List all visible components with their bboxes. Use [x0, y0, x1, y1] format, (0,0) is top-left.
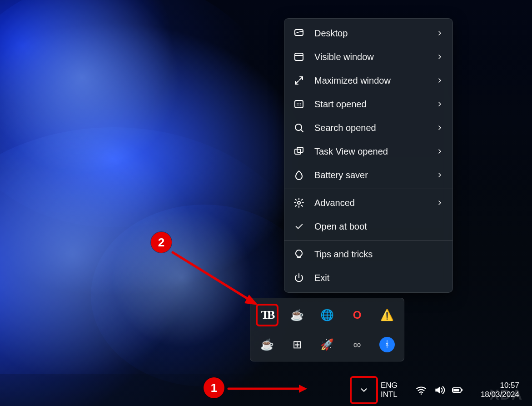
tray-app-3[interactable]: 🌐 [317, 305, 338, 326]
tb-logo-icon: TB [261, 308, 273, 322]
svg-line-11 [301, 130, 303, 132]
menu-item-advanced[interactable]: Advanced [284, 191, 452, 215]
desktop-icon [293, 27, 305, 40]
svg-rect-1 [295, 53, 303, 60]
taskview-icon [293, 145, 305, 158]
tray-overflow-button[interactable] [351, 377, 377, 403]
checkmark-icon [293, 220, 305, 233]
menu-item-battery-saver[interactable]: Battery saver [284, 163, 452, 187]
tray-app-6[interactable]: ☕ [257, 334, 278, 355]
svg-rect-0 [295, 30, 303, 35]
svg-point-5 [298, 103, 299, 104]
menu-item-exit[interactable]: Exit [284, 266, 452, 290]
menu-item-label: Battery saver [314, 170, 435, 180]
menu-item-taskview-opened[interactable]: Task View opened [284, 140, 452, 163]
watermark: XDA [489, 386, 523, 403]
menu-item-label: Desktop [314, 28, 435, 39]
svg-point-7 [297, 105, 298, 105]
menu-item-desktop[interactable]: Desktop [284, 21, 452, 45]
menu-item-label: Task View opened [314, 146, 435, 157]
menu-separator [284, 240, 452, 241]
svg-point-4 [297, 103, 298, 104]
wifi-icon[interactable] [413, 382, 429, 398]
tray-app-context-menu: Desktop Visible window Maximized window … [284, 18, 453, 293]
svg-point-9 [300, 105, 301, 105]
menu-item-label: Maximized window [314, 75, 435, 86]
language-line2: INTL [381, 390, 408, 399]
tray-overflow-panel: TB ☕ 🌐 O ⚠️ ☕ ⊞ 🚀 ∞ ᚼ [250, 298, 404, 361]
app-icon: ∞ [353, 338, 361, 351]
menu-item-label: Tips and tricks [314, 249, 444, 260]
maximize-icon [293, 74, 305, 87]
menu-item-tips-tricks[interactable]: Tips and tricks [284, 242, 452, 266]
chevron-right-icon [435, 124, 444, 131]
menu-item-label: Visible window [314, 52, 435, 62]
menu-item-maximized-window[interactable]: Maximized window [284, 69, 452, 92]
volume-icon[interactable] [432, 382, 447, 398]
annotation-badge-2: 2 [151, 232, 172, 253]
chevron-right-icon [435, 77, 444, 84]
menu-item-open-at-boot[interactable]: Open at boot [284, 215, 452, 238]
leaf-icon [293, 169, 305, 181]
power-icon [293, 271, 305, 284]
chevron-right-icon [435, 100, 444, 108]
svg-point-6 [300, 103, 301, 104]
svg-rect-13 [297, 147, 303, 152]
window-icon [293, 50, 305, 63]
menu-separator [284, 189, 452, 189]
annotation-badge-1: 1 [204, 377, 224, 398]
tray-app-8[interactable]: 🚀 [317, 334, 338, 355]
language-indicator[interactable]: ENG INTL [381, 381, 408, 399]
battery-icon[interactable] [450, 382, 465, 398]
app-icon: ⊞ [293, 338, 302, 351]
tray-app-5[interactable]: ⚠️ [377, 305, 398, 326]
language-line1: ENG [381, 381, 408, 390]
menu-item-visible-window[interactable]: Visible window [284, 45, 452, 69]
svg-rect-17 [453, 389, 459, 391]
menu-item-start-opened[interactable]: Start opened [284, 92, 452, 116]
tray-app-translucenttb[interactable]: TB [257, 305, 278, 326]
app-icon: ☕ [260, 338, 274, 351]
lightbulb-icon [293, 248, 305, 261]
app-icon: O [353, 309, 362, 321]
app-icon: 🚀 [320, 338, 334, 351]
bluetooth-icon: ᚼ [384, 339, 390, 350]
chevron-down-icon [359, 385, 369, 395]
gear-icon [293, 196, 305, 209]
chevron-right-icon [435, 199, 444, 206]
tray-app-9[interactable]: ∞ [347, 334, 368, 355]
svg-point-8 [298, 105, 299, 105]
svg-rect-3 [295, 100, 303, 108]
app-icon: 🌐 [320, 309, 334, 321]
tray-app-2[interactable]: ☕ [287, 305, 308, 326]
menu-item-label: Open at boot [314, 221, 444, 232]
tray-app-7[interactable]: ⊞ [287, 334, 308, 355]
tray-app-4[interactable]: O [347, 305, 368, 326]
app-icon: ☕ [290, 309, 304, 321]
menu-item-label: Advanced [314, 198, 435, 208]
tray-app-bluetooth[interactable]: ᚼ [379, 337, 395, 352]
svg-point-15 [421, 393, 422, 395]
chevron-right-icon [435, 30, 444, 37]
svg-rect-12 [295, 149, 301, 154]
chevron-right-icon [435, 148, 444, 155]
chevron-right-icon [435, 53, 444, 60]
svg-rect-18 [462, 389, 462, 391]
svg-point-14 [298, 201, 300, 204]
menu-item-label: Start opened [314, 99, 435, 110]
chevron-right-icon [435, 171, 444, 179]
menu-item-search-opened[interactable]: Search opened [284, 116, 452, 140]
menu-item-label: Exit [314, 273, 444, 283]
search-icon [293, 121, 305, 134]
start-grid-icon [293, 98, 305, 110]
app-icon: ⚠️ [380, 309, 394, 321]
menu-item-label: Search opened [314, 123, 435, 133]
taskbar: ENG INTL 10:57 18/03/2024 [0, 374, 532, 406]
